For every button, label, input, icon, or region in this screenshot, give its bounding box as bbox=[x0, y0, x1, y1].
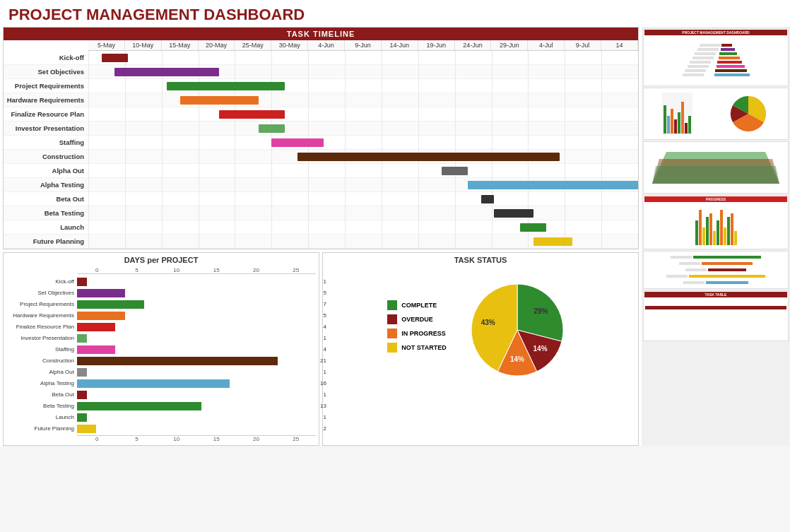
days-bar-row: Staffing4 bbox=[6, 344, 316, 355]
gantt-area: 5-May10-May15-May20-May25-May30-May4-Jun… bbox=[4, 40, 638, 249]
gantt-date-label: 30-May bbox=[271, 40, 308, 50]
gantt-date-label: 20-May bbox=[199, 40, 235, 50]
mini-gantt-row bbox=[697, 47, 735, 51]
mini-gantt-bar bbox=[714, 73, 750, 76]
gantt-bar bbox=[219, 110, 285, 119]
days-bar-label: Alpha Out bbox=[6, 369, 77, 375]
days-bar-label: Project Requirements bbox=[6, 301, 77, 307]
days-bar-row: Beta Testing13 bbox=[6, 401, 316, 411]
gantt-bar bbox=[494, 209, 533, 218]
gantt-bar-area bbox=[88, 192, 638, 206]
days-bar-fill bbox=[77, 278, 87, 286]
mini-gantt-label bbox=[695, 52, 716, 55]
thumb-content bbox=[644, 143, 787, 192]
gantt-row: Set Objectives bbox=[4, 65, 638, 79]
gantt-row: Staffing bbox=[4, 136, 638, 150]
days-bar-label: Beta Out bbox=[6, 391, 77, 398]
days-bar-fill bbox=[77, 334, 87, 343]
days-bar-label: Beta Testing bbox=[6, 403, 77, 409]
mini-gantt-label bbox=[692, 57, 714, 59]
gantt-bar bbox=[520, 223, 546, 232]
thumb-content bbox=[644, 202, 787, 248]
legend-color-box bbox=[387, 314, 397, 324]
mini-gantt-bar bbox=[721, 44, 732, 47]
dashboard-body: TASK TIMELINE 5-May10-May15-May20-May25-… bbox=[0, 27, 790, 446]
gantt-bar-area bbox=[88, 122, 638, 136]
days-bar-label: Future Planning bbox=[6, 425, 77, 432]
task-status-section: TASK STATUS COMPLETEOVERDUEIN PROGRESSNO… bbox=[322, 252, 639, 446]
gantt-row: Alpha Testing bbox=[4, 178, 638, 192]
gantt-bar-area bbox=[88, 136, 638, 150]
gantt-bar-area bbox=[88, 178, 638, 192]
mini-gantt-row bbox=[685, 69, 747, 72]
gantt-task-label: Alpha Out bbox=[4, 167, 88, 175]
mini-gantt-row bbox=[688, 64, 745, 68]
gantt-date-label: 14-Jun bbox=[382, 40, 418, 50]
table-row bbox=[715, 324, 717, 327]
days-bar-row: Set Objectives5 bbox=[6, 288, 316, 298]
mini-bar bbox=[671, 109, 673, 134]
days-bar-value: 16 bbox=[320, 380, 326, 386]
mini-bar bbox=[720, 210, 723, 245]
days-bar-value: 21 bbox=[320, 357, 326, 364]
gantt-task-label: Finalize Resource Plan bbox=[4, 110, 88, 118]
days-bar-fill bbox=[77, 357, 278, 365]
gantt-task-label: Beta Testing bbox=[4, 209, 88, 217]
gantt-row: Kick-off bbox=[4, 51, 638, 65]
gantt-date-label: 19-Jun bbox=[418, 40, 455, 50]
legend-label: IN PROGRESS bbox=[401, 330, 446, 337]
mini-label-bar bbox=[685, 268, 707, 271]
mini-gantt-bar bbox=[719, 52, 737, 55]
days-bar-value: 1 bbox=[324, 369, 326, 375]
gantt-task-label: Investor Presentation bbox=[4, 124, 88, 132]
mini-bar bbox=[678, 112, 680, 134]
mini-label-bar bbox=[666, 275, 688, 278]
days-x-label: 10 bbox=[157, 267, 196, 273]
gantt-row: Launch bbox=[4, 220, 638, 235]
days-bar-fill bbox=[77, 312, 125, 320]
days-x-top: 0510152025 bbox=[77, 267, 316, 274]
mini-bar bbox=[664, 105, 666, 134]
mini-gantt-label bbox=[683, 73, 704, 76]
mini-gantt-row bbox=[683, 73, 750, 76]
days-bar-track: 1 bbox=[77, 278, 316, 286]
table-row bbox=[715, 314, 717, 317]
gantt-date-label: 25-May bbox=[235, 40, 271, 50]
gantt-row: Project Requirements bbox=[4, 79, 638, 93]
gantt-task-label: Beta Out bbox=[4, 195, 88, 203]
days-bar-fill bbox=[77, 391, 87, 399]
days-chart-section: DAYS per PROJECT 0510152025 Kick-off1Set… bbox=[3, 252, 319, 446]
gantt-task-label: Staffing bbox=[4, 138, 88, 146]
days-bar-label: Construction bbox=[6, 357, 77, 364]
days-bar-value: 1 bbox=[324, 278, 326, 285]
gantt-task-label: Project Requirements bbox=[4, 82, 88, 90]
days-bar-label: Investor Presentation bbox=[6, 335, 77, 341]
gantt-task-label: Future Planning bbox=[4, 237, 88, 245]
days-bar-value: 5 bbox=[324, 312, 326, 319]
gantt-section: TASK TIMELINE 5-May10-May15-May20-May25-… bbox=[3, 27, 639, 249]
mini-label-bar bbox=[683, 281, 704, 284]
thumb-content bbox=[644, 252, 787, 288]
days-bar-track: 2 bbox=[77, 425, 316, 433]
legend-item: NOT STARTED bbox=[387, 343, 446, 353]
mini-bar bbox=[724, 227, 726, 245]
days-bar-label: Set Objectives bbox=[6, 290, 77, 296]
mini-h-bar bbox=[689, 275, 765, 278]
gantt-bar-area bbox=[88, 164, 638, 178]
gantt-task-label: Construction bbox=[4, 153, 88, 160]
gantt-date-label: 9-Jun bbox=[345, 40, 382, 50]
mini-bar bbox=[699, 210, 702, 245]
days-bar-label: Finalize Resource Plan bbox=[6, 324, 77, 330]
gantt-rows: Kick-offSet ObjectivesProject Requiremen… bbox=[4, 51, 638, 249]
mini-bar bbox=[702, 227, 705, 245]
gantt-task-label: Set Objectives bbox=[4, 68, 88, 76]
mini-area-chart bbox=[645, 145, 786, 191]
legend-item: IN PROGRESS bbox=[387, 329, 446, 338]
legend-color-box bbox=[387, 343, 397, 353]
mini-h-bar bbox=[708, 268, 746, 271]
mini-bar bbox=[685, 123, 688, 134]
thumbnail-6: TASK TABLE bbox=[643, 290, 789, 341]
days-bar-fill bbox=[77, 289, 125, 297]
days-bar-row: Investor Presentation1 bbox=[6, 333, 316, 343]
days-bar-label: Alpha Testing bbox=[6, 380, 77, 386]
